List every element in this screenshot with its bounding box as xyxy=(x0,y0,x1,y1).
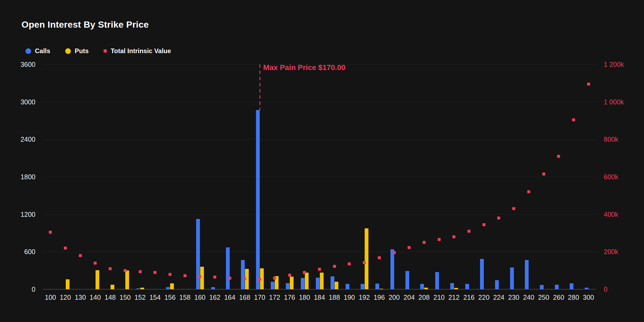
y-axis-label-right: 600k xyxy=(604,173,618,181)
intrinsic-value-point[interactable] xyxy=(452,235,455,238)
put-bar[interactable] xyxy=(66,279,69,289)
y-axis-label-left: 1800 xyxy=(0,173,35,181)
y-axis-label-right: 1 000k xyxy=(604,98,624,106)
call-bar[interactable] xyxy=(346,284,349,289)
put-bar[interactable] xyxy=(140,288,144,289)
put-bar[interactable] xyxy=(424,288,428,289)
put-bar[interactable] xyxy=(125,270,129,289)
call-bar[interactable] xyxy=(585,288,588,289)
put-bar[interactable] xyxy=(200,267,204,289)
call-bar[interactable] xyxy=(420,284,424,289)
call-bar[interactable] xyxy=(211,287,215,289)
call-bar[interactable] xyxy=(196,219,200,289)
max-pain-dashed-line xyxy=(259,64,260,110)
call-bar[interactable] xyxy=(331,276,334,289)
put-bar[interactable] xyxy=(379,289,383,289)
intrinsic-value-point[interactable] xyxy=(273,277,276,280)
intrinsic-value-point[interactable] xyxy=(467,230,470,233)
call-bar[interactable] xyxy=(510,268,514,289)
intrinsic-value-point[interactable] xyxy=(363,261,366,264)
y-axis-label-right: 800k xyxy=(604,136,618,143)
call-bar[interactable] xyxy=(390,249,394,289)
intrinsic-value-point[interactable] xyxy=(198,275,201,278)
call-bar[interactable] xyxy=(271,282,275,289)
call-bar[interactable] xyxy=(241,260,245,289)
call-bar[interactable] xyxy=(525,260,529,289)
put-bar[interactable] xyxy=(111,285,114,289)
put-bar[interactable] xyxy=(365,228,368,289)
intrinsic-value-point[interactable] xyxy=(258,278,261,281)
intrinsic-value-point[interactable] xyxy=(79,254,82,257)
put-bar[interactable] xyxy=(96,270,99,289)
call-bar[interactable] xyxy=(465,284,469,289)
y-axis-label-right: 200k xyxy=(604,248,618,255)
call-bar[interactable] xyxy=(375,284,379,289)
call-bar[interactable] xyxy=(540,285,544,289)
y-axis-label-left: 600 xyxy=(0,248,35,255)
intrinsic-value-point[interactable] xyxy=(423,241,426,244)
y-axis-label-right: 400k xyxy=(604,211,618,218)
intrinsic-value-point[interactable] xyxy=(184,274,186,277)
call-bar[interactable] xyxy=(286,283,290,289)
max-pain-label: Max Pain Price $170.00 xyxy=(263,63,346,72)
y-axis-label-right: 0 xyxy=(604,286,608,293)
intrinsic-value-point[interactable] xyxy=(139,270,142,273)
put-bar[interactable] xyxy=(305,273,309,289)
gridline xyxy=(43,102,596,102)
intrinsic-value-point[interactable] xyxy=(243,277,246,280)
call-bar[interactable] xyxy=(301,278,305,289)
intrinsic-value-point[interactable] xyxy=(438,238,441,241)
intrinsic-value-point[interactable] xyxy=(303,271,306,274)
intrinsic-value-point[interactable] xyxy=(64,247,67,250)
call-bar[interactable] xyxy=(361,284,364,289)
y-axis-label-right: 1 200k xyxy=(604,61,624,68)
intrinsic-value-point[interactable] xyxy=(109,267,112,270)
put-bar[interactable] xyxy=(335,282,338,289)
y-axis-label-left: 3000 xyxy=(0,98,35,106)
call-bar[interactable] xyxy=(136,288,140,289)
call-bar[interactable] xyxy=(405,271,409,289)
intrinsic-value-point[interactable] xyxy=(572,118,575,121)
call-bar[interactable] xyxy=(256,110,260,289)
put-bar[interactable] xyxy=(290,277,294,289)
intrinsic-value-point[interactable] xyxy=(288,274,291,277)
y-axis-label-left: 3600 xyxy=(0,61,35,68)
intrinsic-value-point[interactable] xyxy=(169,273,171,276)
call-bar[interactable] xyxy=(316,278,320,289)
intrinsic-value-point[interactable] xyxy=(213,276,216,279)
call-bar[interactable] xyxy=(555,285,559,289)
intrinsic-value-point[interactable] xyxy=(378,256,381,259)
put-bar[interactable] xyxy=(170,283,174,289)
call-bar[interactable] xyxy=(495,280,499,289)
call-bar[interactable] xyxy=(226,247,230,289)
intrinsic-value-point[interactable] xyxy=(408,246,411,249)
put-bar[interactable] xyxy=(320,273,324,289)
intrinsic-value-point[interactable] xyxy=(318,268,321,271)
intrinsic-value-point[interactable] xyxy=(153,271,156,274)
call-bar[interactable] xyxy=(435,272,439,289)
plot-area: 00600200k1200400k1800600k2400800k30001 0… xyxy=(0,0,644,322)
intrinsic-value-point[interactable] xyxy=(512,207,515,210)
intrinsic-value-point[interactable] xyxy=(482,223,485,226)
intrinsic-value-point[interactable] xyxy=(393,251,396,254)
intrinsic-value-point[interactable] xyxy=(587,83,590,86)
call-bar[interactable] xyxy=(570,283,573,289)
intrinsic-value-point[interactable] xyxy=(348,262,351,265)
put-bar[interactable] xyxy=(454,288,458,289)
intrinsic-value-point[interactable] xyxy=(333,265,336,268)
gridline xyxy=(43,252,596,252)
gridline xyxy=(43,214,596,215)
y-axis-label-left: 1200 xyxy=(0,211,35,218)
intrinsic-value-point[interactable] xyxy=(94,262,97,265)
intrinsic-value-point[interactable] xyxy=(542,173,545,175)
intrinsic-value-point[interactable] xyxy=(49,231,52,234)
call-bar[interactable] xyxy=(480,259,484,289)
gridline xyxy=(43,139,596,140)
intrinsic-value-point[interactable] xyxy=(497,217,500,219)
intrinsic-value-point[interactable] xyxy=(527,190,530,193)
call-bar[interactable] xyxy=(450,283,454,289)
intrinsic-value-point[interactable] xyxy=(557,155,560,158)
intrinsic-value-point[interactable] xyxy=(124,269,127,272)
call-bar[interactable] xyxy=(166,287,170,289)
intrinsic-value-point[interactable] xyxy=(228,277,231,280)
